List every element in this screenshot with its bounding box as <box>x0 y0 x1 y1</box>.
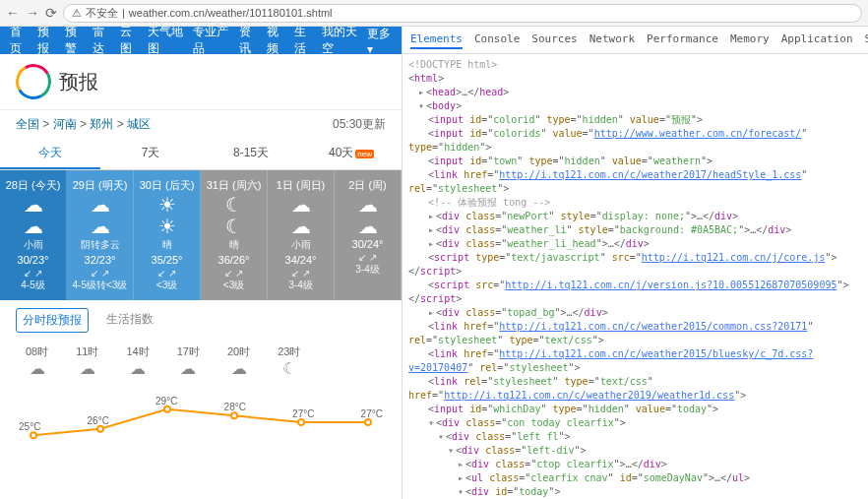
dom-node[interactable]: <!DOCTYPE html> <box>408 58 862 72</box>
forward-icon[interactable]: → <box>26 5 39 21</box>
url-text: weather.com.cn/weather/101180101.shtml <box>129 7 333 19</box>
subtab[interactable]: 分时段预报 <box>16 308 89 333</box>
dom-node[interactable]: <script type="text/javascript" src="http… <box>408 251 862 279</box>
dom-node[interactable]: ▸<head>…</head> <box>408 86 862 99</box>
dom-node[interactable]: <html> <box>408 72 862 86</box>
forecast-tab[interactable]: 今天 <box>0 139 100 169</box>
hour-item: 11时☁ <box>76 344 98 379</box>
forecast-tab[interactable]: 8-15天 <box>201 139 301 169</box>
chart-point-label: 27°C <box>361 408 383 419</box>
nav-item[interactable]: 首页 <box>10 27 28 57</box>
dom-node[interactable]: <input id="colorid" type="hidden" value=… <box>408 113 862 127</box>
breadcrumb-link[interactable]: 郑州 <box>90 117 113 131</box>
svg-point-2 <box>164 406 170 412</box>
svg-point-4 <box>298 419 304 425</box>
nav-item[interactable]: 雷达 <box>93 27 110 57</box>
breadcrumb: 全国 > 河南 > 郑州 > 城区 <box>16 116 151 133</box>
site-nav: 首页预报预警雷达云图天气地图专业产品资讯视频生活我的天空更多 ▾ <box>0 27 402 54</box>
dom-node[interactable]: <!-- 体验预报 tong --> <box>408 196 862 210</box>
dom-node[interactable]: ▸<div class="ctop clearfix">…</div> <box>408 458 862 471</box>
dom-node[interactable]: ▾<body> <box>408 99 862 113</box>
day-card[interactable]: 29日 (明天)☁☁阴转多云32/23°↙ ↗4-5级转<3级 <box>67 170 134 300</box>
page-title: 预报 <box>59 69 98 95</box>
svg-point-1 <box>97 426 103 432</box>
chart-point-label: 28°C <box>224 402 246 412</box>
reload-icon[interactable]: ⟳ <box>45 5 57 21</box>
breadcrumb-link[interactable]: 城区 <box>127 117 151 131</box>
update-time: 05:30更新 <box>333 116 386 133</box>
nav-item[interactable]: 生活 <box>294 27 312 57</box>
day-card[interactable]: 30日 (后天)☀☀晴35/25°↙ ↗<3级 <box>134 170 201 300</box>
dom-node[interactable]: ▾<div class="left-div"> <box>408 444 862 458</box>
dom-node[interactable]: <input id="town" type="hidden" value="we… <box>408 155 862 168</box>
devtools-tab[interactable]: Console <box>474 31 520 49</box>
day-card[interactable]: 2日 (周)☁☁30/24°↙ ↗3-4级 <box>335 170 402 300</box>
forecast-tab[interactable]: 7天 <box>100 139 201 169</box>
svg-point-3 <box>231 412 237 418</box>
insecure-label: 不安全 <box>86 6 118 21</box>
dom-node[interactable]: <link rel="stylesheet" type="text/css" h… <box>408 375 862 403</box>
nav-item[interactable]: 天气地图 <box>148 27 183 57</box>
dom-node[interactable]: <script src="http://i.tq121.com.cn/j/ver… <box>408 279 862 306</box>
chart-point-label: 25°C <box>19 421 40 432</box>
url-bar[interactable]: ⚠ 不安全 | weather.com.cn/weather/101180101… <box>63 4 862 23</box>
nav-item[interactable]: 预报 <box>37 27 55 57</box>
nav-item[interactable]: 云图 <box>120 27 138 57</box>
devtools-tab[interactable]: Application <box>781 31 853 49</box>
hour-item: 14时☁ <box>127 344 150 379</box>
dom-node[interactable]: <link href="http://i.tq121.com.cn/c/weat… <box>408 347 862 375</box>
forecast-tab[interactable]: 40天new <box>301 139 402 169</box>
dom-node[interactable]: <link href="http://i.tq121.com.cn/c/weat… <box>408 320 862 347</box>
hour-item: 23时☾ <box>278 344 300 379</box>
nav-item[interactable]: 预警 <box>65 27 83 57</box>
back-icon[interactable]: ← <box>6 5 20 21</box>
devtools-tab[interactable]: Security <box>865 31 868 49</box>
dom-node[interactable]: ▸<div class="weather_li_head">…</div> <box>408 237 862 251</box>
dom-node[interactable]: ▸<div class="topad_bg">…</div> <box>408 306 862 320</box>
dom-node[interactable]: ▸<ul class="clearfix cnav" id="someDayNa… <box>408 471 862 485</box>
dom-node[interactable]: ▸<div class="weather_li" style="backgrou… <box>408 223 862 237</box>
nav-item[interactable]: 更多 ▾ <box>367 27 392 56</box>
day-card[interactable]: 28日 (今天)☁☁小雨30/23°↙ ↗4-5级 <box>0 170 67 300</box>
insecure-icon: ⚠ <box>72 7 82 20</box>
nav-item[interactable]: 专业产品 <box>193 27 228 57</box>
devtools-tab[interactable]: Elements <box>410 31 463 49</box>
breadcrumb-link[interactable]: 河南 <box>53 117 77 131</box>
dom-node[interactable]: <input id="colorids" value="http://www.w… <box>408 127 862 155</box>
devtools-tab[interactable]: Memory <box>730 31 770 49</box>
dom-node[interactable]: ▾<div class="left fl"> <box>408 430 862 444</box>
dom-node[interactable]: ▸<div class="newPort" style="display: no… <box>408 210 862 223</box>
breadcrumb-link[interactable]: 全国 <box>16 117 39 131</box>
chart-point-label: 29°C <box>155 395 177 405</box>
hour-item: 08时☁ <box>26 344 48 379</box>
dom-node[interactable]: ▾<div id="today"> <box>408 485 862 499</box>
svg-point-5 <box>365 419 371 425</box>
nav-item[interactable]: 视频 <box>267 27 284 57</box>
devtools-tab[interactable]: Network <box>589 31 635 49</box>
dom-node[interactable]: <input id="whichDay" type="hidden" value… <box>408 403 862 416</box>
hour-item: 20时☁ <box>227 344 250 379</box>
hour-item: 17时☁ <box>177 344 200 379</box>
day-card[interactable]: 31日 (周六)☾☾晴36/26°↙ ↗<3级 <box>201 170 268 300</box>
devtools-tab[interactable]: Performance <box>647 31 718 49</box>
day-card[interactable]: 1日 (周日)☁☁小雨34/24°↙ ↗3-4级 <box>268 170 335 300</box>
dom-node[interactable]: <link href="http://i.tq121.com.cn/c/weat… <box>408 168 862 196</box>
nav-item[interactable]: 资讯 <box>239 27 257 57</box>
svg-point-0 <box>31 432 36 438</box>
subtab[interactable]: 生活指数 <box>100 308 159 333</box>
site-logo-icon <box>12 60 55 103</box>
nav-item[interactable]: 我的天空 <box>322 27 357 57</box>
chart-point-label: 26°C <box>88 414 109 425</box>
devtools-tab[interactable]: Sources <box>531 31 577 49</box>
chart-point-label: 27°C <box>292 408 314 419</box>
dom-node[interactable]: ▾<div class="con today clearfix"> <box>408 416 862 430</box>
